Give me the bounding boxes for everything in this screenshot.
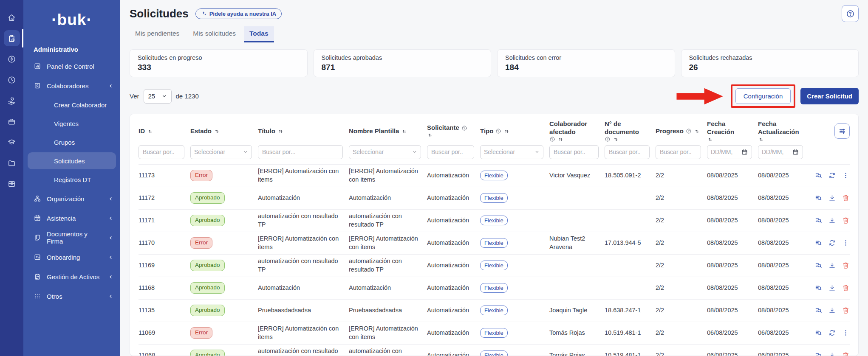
cell-fecha-actualizacion: 08/08/2025	[758, 216, 803, 225]
column-header[interactable]: Solici­tante	[427, 124, 474, 138]
preview-action-button[interactable]	[814, 239, 823, 247]
download-action-button[interactable]	[828, 261, 836, 269]
preview-action-button[interactable]	[814, 351, 823, 356]
column-header[interactable]: Nombre Plantilla	[349, 127, 421, 135]
download-action-button[interactable]	[828, 306, 836, 314]
preview-action-button[interactable]	[814, 216, 823, 224]
column-header[interactable]: N° de documen­to	[605, 120, 650, 143]
page-size-select[interactable]: 25	[144, 89, 172, 104]
sidebar-item[interactable]: Gestión de Activos	[23, 267, 120, 286]
configuracion-button[interactable]: Configuración	[735, 88, 791, 104]
preview-icon	[814, 329, 823, 337]
refresh-action-button[interactable]	[828, 329, 836, 337]
sidebar-subitem[interactable]: Registros DT	[28, 170, 116, 189]
cell-fecha-creacion: 08/08/2025	[707, 194, 752, 202]
table-row[interactable]: 11069 Error [ERROR] Automatización con i…	[139, 322, 850, 344]
cell-actions	[809, 171, 850, 179]
sidebar-item[interactable]: Documentos y Firma	[23, 228, 120, 247]
table-row[interactable]: 11168 Aprobado Automatización Automatiza…	[139, 277, 850, 299]
benefits-hand-heart-icon	[7, 96, 16, 105]
tipo-badge: Flexible	[480, 238, 508, 248]
menu-action-button[interactable]	[842, 329, 850, 337]
filter-text-input[interactable]	[258, 145, 343, 159]
sidebar-subitem[interactable]: Vigentes	[28, 114, 116, 133]
preview-action-button[interactable]	[814, 329, 823, 337]
table-row[interactable]: 11068 Aprobado automatización con result…	[139, 344, 850, 356]
column-header[interactable]: Progreso	[656, 127, 701, 135]
filter-select[interactable]: Seleccionar	[190, 145, 252, 159]
column-header[interactable]: ID	[139, 127, 184, 135]
download-action-button[interactable]	[828, 194, 836, 202]
rail-item-briefcase-icon[interactable]	[4, 113, 20, 129]
tab-2[interactable]: Todas	[244, 26, 274, 42]
help-button[interactable]	[842, 5, 859, 22]
preview-action-button[interactable]	[814, 306, 823, 314]
column-header[interactable]: Tipo	[480, 127, 543, 135]
delete-action-button[interactable]	[842, 261, 850, 269]
rail-item-requests-clipboard-icon[interactable]	[4, 30, 20, 46]
rail-item-clock-icon[interactable]	[4, 72, 20, 88]
sidebar-item[interactable]: Organización	[23, 189, 120, 208]
table-row[interactable]: 11170 Error [ERROR] Automatización con i…	[139, 232, 850, 254]
ai-help-button[interactable]: Pídele ayuda a nuestra IA	[195, 8, 282, 19]
download-action-button[interactable]	[828, 284, 836, 292]
filter-date-input[interactable]: DD/MM,	[707, 145, 752, 159]
delete-action-button[interactable]	[842, 216, 850, 224]
tab-1[interactable]: Mis solicitudes	[187, 26, 241, 42]
menu-action-button[interactable]	[842, 171, 850, 179]
delete-action-button[interactable]	[842, 351, 850, 356]
filter-select[interactable]: Seleccionar	[349, 145, 421, 159]
sidebar-item[interactable]: Colaboradores	[23, 76, 120, 95]
menu-action-button[interactable]	[842, 239, 850, 247]
sidebar-subitem[interactable]: Grupos	[28, 133, 116, 151]
delete-action-button[interactable]	[842, 194, 850, 202]
tab-0[interactable]: Mis pendientes	[130, 26, 185, 42]
sidebar-item[interactable]: Panel de Control	[23, 56, 120, 76]
download-action-button[interactable]	[828, 351, 836, 356]
column-header[interactable]: Fecha Actualiza­ción	[758, 120, 803, 143]
column-settings-button[interactable]	[834, 123, 850, 139]
delete-action-button[interactable]	[842, 284, 850, 292]
trash-icon	[842, 216, 850, 224]
table-row[interactable]: 11169 Aprobado automatización con result…	[139, 254, 850, 277]
filter-date-input[interactable]: DD/MM,	[758, 145, 803, 159]
stat-value: 26	[689, 63, 851, 72]
cell-id: 11171	[139, 216, 184, 225]
refresh-action-button[interactable]	[828, 171, 836, 179]
preview-action-button[interactable]	[814, 194, 823, 202]
filter-select[interactable]: Seleccionar	[480, 145, 543, 159]
refresh-action-button[interactable]	[828, 239, 836, 247]
table-row[interactable]: 11172 Aprobado Automatización Automatiza…	[139, 187, 850, 209]
table-row[interactable]: 11135 Aprobado Pruebaasdadsadsa Pruebaas…	[139, 299, 850, 322]
table-row[interactable]: 11171 Aprobado automatización con result…	[139, 209, 850, 232]
rail-item-education-cap-icon[interactable]	[4, 134, 20, 150]
delete-action-button[interactable]	[842, 306, 850, 314]
rail-item-payroll-dollar-icon[interactable]	[4, 51, 20, 67]
rail-item-folder-icon[interactable]	[4, 155, 20, 171]
rail-item-archive-drawer-icon[interactable]	[4, 176, 20, 192]
sidebar-item[interactable]: Asistencia	[23, 208, 120, 228]
sidebar-subitem[interactable]: Solicitudes	[28, 152, 116, 169]
table-row[interactable]: 11173 Error [ERROR] Automatización con i…	[139, 164, 850, 187]
preview-action-button[interactable]	[814, 171, 823, 179]
help-circle-icon	[686, 128, 692, 134]
buk-logo: ·buk·	[23, 11, 120, 29]
filter-text-input[interactable]	[427, 145, 474, 159]
rail-item-benefits-hand-heart-icon[interactable]	[4, 93, 20, 109]
filter-text-input[interactable]	[549, 145, 599, 159]
crear-solicitud-button[interactable]: Crear Solicitud	[800, 88, 859, 104]
rail-item-home-icon[interactable]	[4, 9, 20, 25]
column-header[interactable]: Título	[258, 127, 343, 135]
column-header[interactable]: Fecha Creación	[707, 120, 752, 143]
filter-text-input[interactable]	[605, 145, 650, 159]
preview-action-button[interactable]	[814, 261, 823, 269]
column-header[interactable]: Estado	[190, 127, 252, 135]
filter-text-input[interactable]	[656, 145, 701, 159]
sidebar-item[interactable]: Otros	[23, 286, 120, 306]
sidebar-subitem[interactable]: Crear Colaborador	[28, 95, 116, 114]
download-action-button[interactable]	[828, 216, 836, 224]
column-header[interactable]: Colabo­rador afectado	[549, 120, 599, 143]
filter-text-input[interactable]	[139, 145, 184, 159]
sidebar-item[interactable]: Onboarding	[23, 247, 120, 267]
preview-action-button[interactable]	[814, 284, 823, 292]
